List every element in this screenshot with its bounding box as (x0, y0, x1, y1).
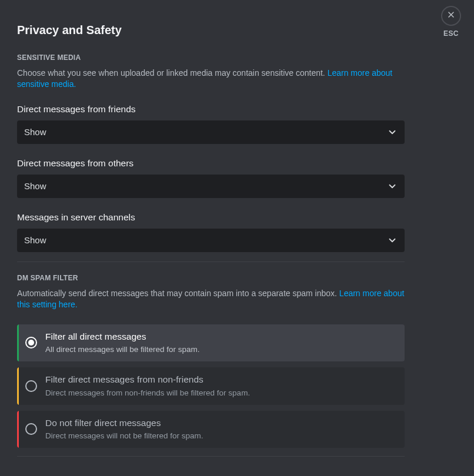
field-label-server-channels: Messages in server channels (17, 212, 405, 223)
chevron-down-icon (387, 181, 398, 192)
settings-panel: Privacy and Safety SENSITIVE MEDIA Choos… (0, 0, 422, 457)
close-icon (446, 10, 456, 22)
field-label-dm-others: Direct messages from others (17, 158, 405, 169)
chevron-down-icon (387, 235, 398, 246)
radio-title: Filter all direct messages (45, 331, 398, 343)
radio-title: Do not filter direct messages (45, 417, 398, 430)
radio-sub: Direct messages will not be filtered for… (45, 431, 398, 441)
radio-text: Do not filter direct messages Direct mes… (45, 417, 398, 441)
divider (17, 456, 405, 457)
radio-filter-all[interactable]: Filter all direct messages All direct me… (17, 324, 405, 361)
section-heading-sensitive-media: SENSITIVE MEDIA (17, 53, 405, 62)
divider (17, 262, 405, 262)
select-value: Show (24, 127, 46, 137)
accent-bar (17, 324, 19, 361)
close-label: ESC (443, 29, 459, 38)
radio-text: Filter all direct messages All direct me… (45, 331, 398, 355)
radio-text: Filter direct messages from non-friends … (45, 374, 398, 398)
section-desc-dm-spam: Automatically send direct messages that … (17, 288, 405, 310)
field-label-dm-friends: Direct messages from friends (17, 104, 405, 115)
desc-text: Automatically send direct messages that … (17, 289, 339, 298)
radio-icon (25, 337, 37, 348)
select-dm-friends[interactable]: Show (17, 120, 405, 144)
page-title: Privacy and Safety (17, 24, 405, 37)
radio-filter-non-friends[interactable]: Filter direct messages from non-friends … (17, 367, 405, 404)
section-desc-sensitive-media: Choose what you see when uploaded or lin… (17, 68, 405, 90)
radio-icon (25, 423, 37, 435)
select-value: Show (24, 235, 46, 245)
section-heading-dm-spam: DM SPAM FILTER (17, 274, 405, 282)
radio-sub: Direct messages from non-friends will be… (45, 388, 398, 398)
close-button[interactable] (441, 6, 461, 26)
desc-text: Choose what you see when uploaded or lin… (17, 68, 328, 78)
select-value: Show (24, 181, 46, 191)
radio-sub: All direct messages will be filtered for… (45, 344, 398, 355)
chevron-down-icon (387, 127, 398, 138)
radio-title: Filter direct messages from non-friends (45, 374, 398, 386)
select-server-channels[interactable]: Show (17, 229, 405, 252)
radio-icon (25, 380, 37, 392)
select-dm-others[interactable]: Show (17, 175, 405, 198)
accent-bar (17, 411, 19, 448)
accent-bar (17, 367, 19, 404)
radio-do-not-filter[interactable]: Do not filter direct messages Direct mes… (17, 411, 405, 448)
